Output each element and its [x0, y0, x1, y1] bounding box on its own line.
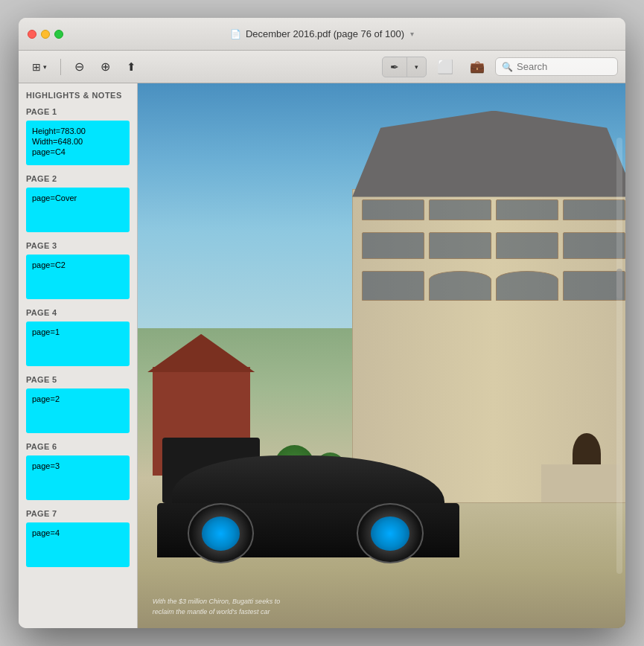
page-thumbnail-text: page=C4	[32, 147, 66, 156]
pdf-scrollbar-thumb[interactable]	[616, 269, 622, 298]
annotation-tools: ✒ ▾	[382, 57, 427, 77]
toolbar-separator-1	[60, 59, 61, 75]
page-thumbnail-1[interactable]: Height=783.00Width=648.00page=C4	[26, 121, 130, 165]
mansion-stairs	[541, 464, 620, 502]
page-thumbnail-text: page=C2	[32, 260, 66, 269]
close-button[interactable]	[28, 30, 36, 39]
mansion-window	[496, 271, 558, 301]
sidebar-page-section-1: PAGE 1Height=783.00Width=648.00page=C4	[19, 104, 137, 165]
minimize-button[interactable]	[41, 30, 50, 39]
sidebar-panel: HIGHLIGHTS & NOTES PAGE 1Height=783.00Wi…	[19, 83, 138, 628]
sidebar-page-section-6: PAGE 6page=3	[19, 439, 137, 500]
pen-dropdown-button[interactable]: ▾	[407, 60, 426, 74]
share-button[interactable]: ⬆	[121, 57, 142, 77]
caption-line1: With the $3 million Chiron, Bugatti seek…	[153, 598, 281, 605]
sidebar-header: HIGHLIGHTS & NOTES	[19, 83, 137, 104]
mansion-windows-mid	[353, 226, 625, 265]
page-thumbnail-6[interactable]: page=3	[26, 455, 130, 500]
page-label-5: PAGE 5	[19, 372, 137, 387]
titlebar: 📄 December 2016.pdf (page 76 of 100) ▾	[19, 18, 625, 51]
page-label-1: PAGE 1	[19, 104, 137, 119]
mansion-window	[429, 199, 491, 220]
briefcase-button[interactable]: 💼	[464, 56, 491, 77]
mansion-window	[429, 271, 491, 301]
zoom-in-icon: ⊕	[101, 60, 110, 74]
search-box[interactable]: 🔍	[495, 57, 618, 76]
mansion-windows-top	[353, 194, 625, 226]
page-thumbnail-7[interactable]: page=4	[26, 522, 130, 567]
window-title: December 2016.pdf (page 76 of 100)	[246, 28, 404, 39]
search-input[interactable]	[517, 61, 611, 72]
export-button[interactable]: ⬜	[431, 55, 459, 79]
car-wheel-left	[188, 503, 254, 563]
page-thumbnail-text: page=Cover	[32, 194, 77, 202]
sidebar-page-section-2: PAGE 2page=Cover	[19, 171, 137, 232]
sidebar-dropdown-icon: ▾	[43, 63, 47, 71]
wheel-hub-right	[371, 517, 409, 551]
zoom-out-button[interactable]: ⊖	[68, 56, 90, 77]
pdf-view: With the $3 million Chiron, Bugatti seek…	[138, 83, 625, 628]
search-icon: 🔍	[502, 62, 513, 72]
caption-line2: reclaim the mantle of world's fastest ca…	[153, 608, 270, 615]
pdf-scene: With the $3 million Chiron, Bugatti seek…	[138, 83, 625, 628]
sidebar-pages: PAGE 1Height=783.00Width=648.00page=C4PA…	[19, 104, 137, 567]
page-label-2: PAGE 2	[19, 171, 137, 186]
mansion-roof	[352, 111, 625, 197]
page-thumbnail-5[interactable]: page=2	[26, 388, 130, 433]
mansion-window	[362, 271, 424, 301]
app-window: 📄 December 2016.pdf (page 76 of 100) ▾ ⊞…	[19, 18, 625, 628]
export-icon: ⬜	[437, 59, 453, 75]
document-icon: 📄	[230, 29, 241, 39]
page-thumbnail-text: page=3	[32, 461, 60, 470]
sidebar-icon: ⊞	[32, 61, 41, 73]
sidebar-page-section-5: PAGE 5page=2	[19, 372, 137, 433]
zoom-in-button[interactable]: ⊕	[95, 56, 116, 77]
wheel-hub-left	[202, 517, 240, 551]
page-label-4: PAGE 4	[19, 305, 137, 320]
title-dropdown-icon[interactable]: ▾	[410, 30, 414, 38]
pdf-caption: With the $3 million Chiron, Bugatti seek…	[153, 597, 281, 617]
page-thumbnail-3[interactable]: page=C2	[26, 255, 130, 299]
page-thumbnail-text: Width=648.00	[32, 137, 83, 146]
car-wheel-right	[357, 503, 423, 563]
page-label-6: PAGE 6	[19, 439, 137, 454]
mansion-window	[496, 199, 558, 220]
mansion-window	[362, 199, 424, 220]
pdf-scrollbar[interactable]	[616, 138, 622, 574]
sidebar-page-section-7: PAGE 7page=4	[19, 506, 137, 567]
mansion-windows-bot	[353, 265, 625, 307]
page-label-3: PAGE 3	[19, 238, 137, 253]
sidebar-page-section-4: PAGE 4page=1	[19, 305, 137, 366]
pen-dropdown-arrow-icon: ▾	[415, 63, 418, 71]
traffic-lights	[28, 30, 63, 39]
page-thumbnail-text: page=2	[32, 394, 60, 403]
briefcase-icon: 💼	[470, 60, 485, 74]
share-icon: ⬆	[127, 60, 136, 74]
fullscreen-button[interactable]	[54, 30, 63, 39]
mansion-window	[429, 232, 491, 259]
sidebar-page-section-3: PAGE 3page=C2	[19, 238, 137, 299]
pen-icon: ✒	[390, 61, 399, 73]
page-thumbnail-4[interactable]: page=1	[26, 322, 130, 366]
toolbar: ⊞ ▾ ⊖ ⊕ ⬆ ✒ ▾ ⬜ 💼 🔍	[19, 51, 625, 83]
page-thumbnail-text: Height=783.00	[32, 127, 86, 135]
page-thumbnail-2[interactable]: page=Cover	[26, 188, 130, 232]
sidebar-toggle-button[interactable]: ⊞ ▾	[26, 57, 53, 77]
mansion-window	[362, 232, 424, 259]
page-label-7: PAGE 7	[19, 506, 137, 521]
zoom-out-icon: ⊖	[74, 60, 84, 74]
pen-tool-button[interactable]: ✒	[383, 57, 407, 77]
main-car	[157, 438, 459, 557]
window-title-area: 📄 December 2016.pdf (page 76 of 100) ▾	[230, 28, 414, 39]
main-content: HIGHLIGHTS & NOTES PAGE 1Height=783.00Wi…	[19, 83, 625, 628]
page-thumbnail-text: page=4	[32, 528, 60, 537]
mansion-window	[496, 232, 558, 259]
page-thumbnail-text: page=1	[32, 327, 60, 336]
